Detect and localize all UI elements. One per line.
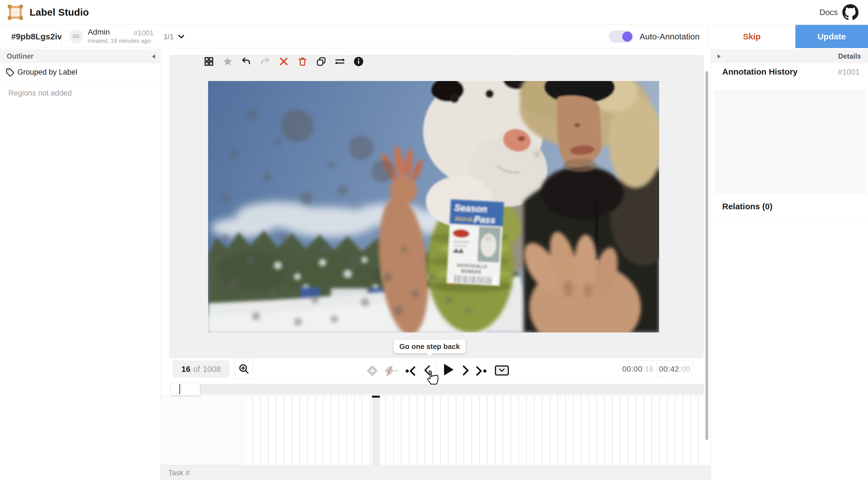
outliner-title: Outliner <box>7 52 33 60</box>
created-timestamp: created, 19 minutes ago <box>88 37 151 44</box>
label-studio-logo-icon <box>7 4 24 21</box>
tooltip: Go one step back <box>394 340 466 353</box>
frame-counter[interactable]: 16 of 1008 <box>173 360 229 378</box>
user-name: Admin <box>88 28 110 37</box>
seek-handle[interactable] <box>171 383 200 396</box>
auto-annotation-label: Auto-Annotation <box>640 25 700 48</box>
relations-title: Relations (0) <box>722 202 773 211</box>
timeline-frame-columns[interactable] <box>245 396 704 465</box>
task-footer-label: Task # <box>168 469 189 477</box>
frame-current: 16 <box>182 365 190 374</box>
outliner-header: Outliner <box>0 49 161 63</box>
next-frame-icon[interactable] <box>461 364 470 377</box>
keypoint-remove-icon[interactable] <box>384 364 398 377</box>
badge-season-text: Season <box>454 202 487 214</box>
timeline-collapse-icon[interactable] <box>494 364 509 377</box>
duplicate-icon[interactable] <box>316 56 327 67</box>
task-id: #9pb8Lgs2iv <box>11 25 62 48</box>
app-title: Label Studio <box>30 7 89 18</box>
update-button[interactable]: Update <box>796 25 868 48</box>
reject-x-icon[interactable] <box>278 56 289 67</box>
collapse-left-icon[interactable] <box>150 53 157 60</box>
video-canvas[interactable]: Season 2014-15 Pass RATATOUILLE BOWERS <box>208 81 659 332</box>
delete-trash-icon[interactable] <box>297 56 308 67</box>
task-footer: Task # <box>161 465 711 480</box>
seek-bar[interactable] <box>173 384 704 394</box>
frame-total: 1008 <box>203 365 221 374</box>
annotation-id: #1001 <box>133 29 154 37</box>
auto-annotation-toggle[interactable] <box>609 30 633 43</box>
undo-icon[interactable] <box>241 56 252 67</box>
frame-of-label: of <box>193 365 200 374</box>
expand-right-icon[interactable] <box>715 53 723 60</box>
grid-view-icon[interactable] <box>203 56 215 67</box>
group-by-label-row[interactable]: Grouped by Label <box>0 63 160 82</box>
annotation-pager: 1/1 <box>164 32 174 41</box>
annotation-history-title: Annotation History <box>722 67 798 77</box>
details-header: Details <box>711 49 868 63</box>
time-total[interactable]: 00:42:00 <box>656 361 693 378</box>
zoom-in-icon[interactable] <box>235 359 253 379</box>
time-display: 00:00:16 00:42:00 <box>619 360 693 378</box>
outliner-sidebar: Outliner Grouped by Label Regions not ad… <box>0 48 161 480</box>
label-studio-app: Label Studio Docs #9pb8Lgs2iv AD Admin #… <box>0 0 868 480</box>
github-icon[interactable] <box>842 4 859 21</box>
relations-icon[interactable] <box>334 56 345 67</box>
toggle-knob <box>622 32 632 42</box>
prev-keypoint-icon[interactable] <box>403 366 416 376</box>
badge-pass-text: Pass <box>474 214 496 226</box>
keypoint-add-icon[interactable] <box>366 364 379 377</box>
seek-position-mark <box>179 384 180 394</box>
details-panel: Details Annotation History #1001 Relatio… <box>711 48 868 480</box>
badge-year-text: 2014-15 <box>455 216 472 222</box>
star-icon[interactable] <box>222 56 233 67</box>
tag-icon <box>6 68 14 77</box>
regions-empty-text: Regions not added <box>8 89 72 97</box>
time-current[interactable]: 00:00:16 <box>620 361 656 378</box>
redo-icon[interactable] <box>259 56 271 67</box>
avatar[interactable]: AD <box>69 30 83 43</box>
timeline-playhead[interactable] <box>372 396 380 465</box>
divider <box>711 194 868 194</box>
annotation-toolbar: #9pb8Lgs2iv AD Admin #1001 created, 19 m… <box>0 25 868 48</box>
info-icon[interactable] <box>353 56 364 67</box>
skip-button[interactable]: Skip <box>708 25 796 48</box>
panel-top-edge <box>352 48 513 55</box>
next-keypoint-icon[interactable] <box>475 366 489 376</box>
chevron-down-icon[interactable] <box>176 32 187 41</box>
vertical-scrollbar[interactable] <box>706 71 708 440</box>
docs-link[interactable]: Docs <box>819 8 838 17</box>
timeline-frames[interactable] <box>161 396 704 465</box>
annotation-history-list <box>714 90 865 193</box>
annotation-history-id: #1001 <box>838 68 860 77</box>
play-icon[interactable] <box>442 363 455 377</box>
divider <box>711 221 868 221</box>
prev-frame-button[interactable] <box>417 358 437 382</box>
app-header: Label Studio Docs <box>0 0 868 25</box>
details-title: Details <box>838 52 861 60</box>
group-mode-label: Grouped by Label <box>17 68 78 77</box>
toolbar-icons <box>199 50 364 73</box>
